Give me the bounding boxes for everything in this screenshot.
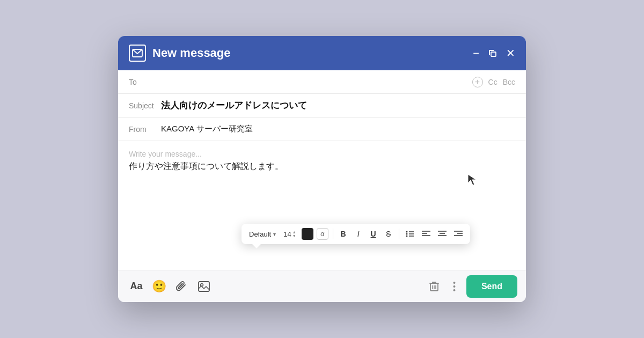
message-body-area[interactable]: Write your message... 作り方や注意事項について解説します。 <box>118 141 526 270</box>
svg-rect-1 <box>491 52 496 56</box>
titlebar: New message − ✕ <box>118 36 526 70</box>
restore-button[interactable] <box>488 49 497 57</box>
font-size-control[interactable]: 14 ▲ ▼ <box>281 229 298 239</box>
align-left-button[interactable] <box>420 229 433 239</box>
to-field-row: To + Cc Bcc <box>118 70 526 94</box>
formatting-toolbar: Default ▾ 14 ▲ ▼ α B I U S <box>241 224 470 244</box>
svg-point-2 <box>406 231 407 233</box>
align-right-button[interactable] <box>452 229 465 239</box>
subject-value[interactable]: 法人向けのメールアドレスについて <box>161 99 515 112</box>
mail-icon <box>129 45 146 62</box>
font-button[interactable]: Aa <box>127 277 146 296</box>
add-recipient-button[interactable]: + <box>472 77 483 87</box>
close-button[interactable]: ✕ <box>506 48 515 58</box>
svg-point-25 <box>453 289 456 291</box>
minimize-button[interactable]: − <box>473 48 479 58</box>
text-color-picker[interactable] <box>302 228 313 240</box>
underline-button[interactable]: U <box>368 229 379 239</box>
more-options-button[interactable] <box>446 278 463 295</box>
font-family-select[interactable]: Default ▾ <box>247 229 278 239</box>
svg-point-23 <box>453 282 456 284</box>
italic-button[interactable]: I <box>353 229 364 239</box>
subject-field-row: Subject 法人向けのメールアドレスについて <box>118 94 526 117</box>
font-family-label: Default <box>249 230 271 238</box>
align-center-button[interactable] <box>436 229 449 239</box>
subject-label: Subject <box>129 101 161 110</box>
attach-button[interactable] <box>172 277 191 296</box>
cursor-indicator <box>467 173 478 188</box>
to-row-actions: + Cc Bcc <box>472 77 515 87</box>
delete-button[interactable] <box>426 278 443 295</box>
text-alpha-button[interactable]: α <box>317 228 328 240</box>
send-button[interactable]: Send <box>466 275 517 298</box>
message-text[interactable]: 作り方や注意事項について解説します。 <box>129 159 515 173</box>
size-stepper-icon: ▲ ▼ <box>292 230 296 238</box>
bcc-button[interactable]: Bcc <box>503 78 515 86</box>
bold-button[interactable]: B <box>338 229 349 239</box>
bottom-toolbar: Aa 🙂 <box>118 270 526 302</box>
font-chevron-icon: ▾ <box>273 231 276 237</box>
svg-point-24 <box>453 285 456 288</box>
svg-point-3 <box>406 233 407 235</box>
toolbar-divider-2 <box>399 229 399 239</box>
from-value: KAGOYA サーバー研究室 <box>161 124 515 134</box>
font-size-value: 14 <box>283 230 291 238</box>
window-title: New message <box>152 46 466 60</box>
cc-button[interactable]: Cc <box>488 78 497 86</box>
strikethrough-button[interactable]: S <box>383 229 394 239</box>
emoji-button[interactable]: 🙂 <box>149 277 169 296</box>
message-placeholder: Write your message... <box>129 150 202 158</box>
list-button[interactable] <box>404 229 416 239</box>
to-label: To <box>129 78 161 86</box>
svg-point-4 <box>406 236 407 237</box>
from-label: From <box>129 125 161 134</box>
image-button[interactable] <box>194 277 214 296</box>
compose-window: New message − ✕ To + Cc Bcc Subject 法人向け… <box>118 36 526 302</box>
toolbar-divider-1 <box>333 229 333 239</box>
window-controls: − ✕ <box>473 48 515 58</box>
from-field-row: From KAGOYA サーバー研究室 <box>118 117 526 141</box>
